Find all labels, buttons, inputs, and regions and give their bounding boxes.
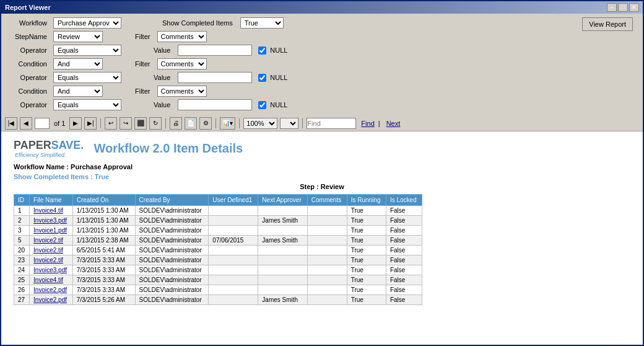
- table-cell: 6/5/2015 5:41 AM: [72, 246, 135, 255]
- null3-checkbox[interactable]: [258, 101, 266, 109]
- table-cell[interactable]: Invoice2.pdf: [30, 295, 73, 305]
- maximize-button[interactable]: □: [618, 3, 628, 12]
- table-cell: 25: [14, 275, 30, 285]
- filter-row-5: Operator Equals Value NULL: [7, 72, 637, 83]
- table-cell[interactable]: Invoice4.tif: [30, 206, 73, 216]
- toolbar-sep-1: [100, 118, 101, 128]
- find-input[interactable]: [307, 118, 356, 129]
- next-button[interactable]: Next: [386, 120, 401, 127]
- refresh-button[interactable]: ↻: [149, 117, 162, 130]
- table-cell: True: [347, 295, 386, 305]
- logo-paper: PAPER: [14, 139, 51, 151]
- workflow-name-row: Workflow Name : Purchase Approval: [14, 163, 630, 171]
- condition1-select[interactable]: And: [53, 58, 103, 69]
- value3-input[interactable]: [178, 99, 252, 110]
- filter3-select[interactable]: Comments: [157, 86, 207, 97]
- table-cell[interactable]: Invoice2.pdf: [30, 285, 73, 295]
- table-cell: 24: [14, 265, 30, 275]
- table-row: 20Invoice2.tif6/5/2015 5:41 AMSOLDEV\adm…: [14, 246, 422, 255]
- operator3-select[interactable]: Equals: [53, 99, 121, 110]
- close-button[interactable]: ✕: [629, 3, 639, 12]
- first-page-button[interactable]: |◀: [5, 117, 17, 130]
- next-page-button[interactable]: ▶: [69, 117, 82, 130]
- table-row: 5Invoice2.tif1/13/2015 2:38 AMSOLDEV\adm…: [14, 236, 422, 246]
- table-cell: [258, 255, 307, 265]
- table-cell: [209, 226, 258, 236]
- filter-row-6: Condition And Filter Comments: [7, 86, 637, 97]
- table-cell: [307, 216, 347, 226]
- table-cell: 1/13/2015 1:30 AM: [72, 206, 135, 216]
- table-cell[interactable]: Invoice3.pdf: [30, 216, 73, 226]
- table-cell: 3: [14, 226, 30, 236]
- table-cell: [209, 295, 258, 305]
- workflow-select[interactable]: Purchase Approval: [53, 17, 121, 29]
- table-cell: [258, 285, 307, 295]
- table-cell: False: [386, 246, 422, 255]
- view-report-button[interactable]: View Report: [582, 17, 633, 31]
- stop-button[interactable]: ⬛: [134, 117, 147, 130]
- table-header-cell: Created On: [72, 195, 135, 206]
- table-cell: [307, 295, 347, 305]
- minimize-button[interactable]: −: [607, 3, 617, 12]
- table-cell: SOLDEV\administrator: [135, 295, 209, 305]
- print-button[interactable]: 🖨: [170, 117, 182, 130]
- table-header-cell: Next Approver: [258, 195, 307, 206]
- value1-label: Value: [154, 47, 170, 54]
- stepname-select[interactable]: Review: [53, 31, 103, 42]
- filter1-label: Filter: [135, 33, 150, 40]
- table-cell: 7/3/2015 3:33 AM: [72, 275, 135, 285]
- title-bar-label: Report Viewer: [5, 4, 51, 11]
- logo: PAPERSAVE. Efficiency Simplified.: [14, 139, 84, 158]
- title-bar-controls: − □ ✕: [607, 3, 639, 12]
- table-row: 27Invoice2.pdf7/3/2015 5:26 AMSOLDEV\adm…: [14, 295, 422, 305]
- print-layout-button[interactable]: 📄: [185, 117, 197, 130]
- table-cell: SOLDEV\administrator: [135, 226, 209, 236]
- table-cell: True: [347, 206, 386, 216]
- operator1-select[interactable]: Equals: [53, 45, 121, 56]
- null1-checkbox[interactable]: [258, 47, 266, 55]
- filter2-label: Filter: [135, 60, 150, 68]
- table-cell: False: [386, 265, 422, 275]
- table-cell: True: [347, 255, 386, 265]
- prev-page-button[interactable]: ◀: [20, 117, 32, 130]
- table-cell[interactable]: Invoice2.tif: [30, 246, 73, 255]
- table-cell[interactable]: Invoice3.pdf: [30, 265, 73, 275]
- null2-checkbox[interactable]: [258, 74, 266, 82]
- filter-row-7: Operator Equals Value NULL: [7, 99, 637, 110]
- table-cell[interactable]: Invoice2.tif: [30, 236, 73, 246]
- table-cell[interactable]: Invoice1.pdf: [30, 226, 73, 236]
- operator2-select[interactable]: Equals: [53, 72, 121, 83]
- show-completed-select[interactable]: True: [240, 17, 284, 29]
- condition2-select[interactable]: And: [53, 86, 103, 97]
- show-completed-label: Show Completed Items: [162, 19, 233, 27]
- page-setup-button[interactable]: ⚙: [199, 117, 212, 130]
- table-cell: True: [347, 275, 386, 285]
- table-cell: [209, 206, 258, 216]
- forward-button[interactable]: ↪: [120, 117, 132, 130]
- operator3-label: Operator: [7, 101, 50, 109]
- title-bar: Report Viewer − □ ✕: [1, 1, 643, 14]
- null3-label: NULL: [270, 101, 287, 109]
- last-page-button[interactable]: ▶|: [84, 117, 97, 130]
- zoom-select[interactable]: 100%: [243, 118, 277, 129]
- table-cell: False: [386, 275, 422, 285]
- table-header-cell: File Name: [30, 195, 73, 206]
- filter1-select[interactable]: Comments: [157, 31, 207, 42]
- table-cell: SOLDEV\administrator: [135, 216, 209, 226]
- page-number-input[interactable]: 1: [35, 118, 50, 129]
- table-header-cell: ID: [14, 195, 30, 206]
- table-cell: True: [347, 236, 386, 246]
- step-value: Review: [321, 183, 344, 190]
- filter2-select[interactable]: Comments: [157, 58, 207, 69]
- filter-row-1: Workflow Purchase Approval Show Complete…: [7, 17, 637, 29]
- back-button[interactable]: ↩: [105, 117, 117, 130]
- table-cell[interactable]: Invoice4.tif: [30, 275, 73, 285]
- value2-input[interactable]: [178, 72, 252, 83]
- find-button[interactable]: Find: [361, 120, 374, 127]
- export-button[interactable]: 📊▾: [220, 117, 235, 130]
- zoom-select2[interactable]: [280, 118, 298, 129]
- table-cell: [258, 246, 307, 255]
- workflow-name-value: Purchase Approval: [71, 163, 133, 171]
- table-cell[interactable]: Invoice2.tif: [30, 255, 73, 265]
- value1-input[interactable]: [178, 45, 252, 56]
